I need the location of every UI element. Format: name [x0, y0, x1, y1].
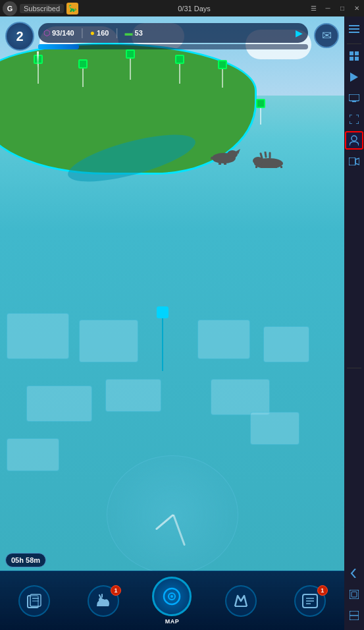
map-tile-1	[7, 313, 69, 359]
player-location-pin	[157, 306, 169, 371]
supply-flag	[256, 99, 265, 108]
game-area[interactable]: 2 ⬡ 93/140 | ● 160 | ▬ 53 ▶ ✉ 05h 58m	[0, 16, 344, 630]
svg-rect-24	[261, 166, 263, 168]
map-tile-8	[7, 438, 59, 471]
sidebar	[344, 16, 364, 630]
battle-icon	[232, 593, 249, 609]
svg-rect-9	[352, 101, 356, 102]
map-tile-3	[197, 320, 250, 359]
dinosaur-2[interactable]	[250, 152, 290, 171]
window-menu-button[interactable]: ☰	[306, 1, 321, 16]
supply-pole	[260, 108, 261, 125]
missions-badge: 1	[317, 585, 328, 596]
window-minimize-button[interactable]: ─	[321, 1, 335, 16]
svg-rect-8	[349, 94, 359, 101]
nav-battle-button[interactable]	[218, 585, 264, 617]
dino-icon: 🦕	[66, 3, 78, 14]
svg-rect-3	[350, 51, 353, 55]
sidebar-restore-window-button[interactable]	[345, 606, 363, 625]
sidebar-menu-button[interactable]	[345, 20, 363, 38]
nav-map-icon-wrap[interactable]	[152, 577, 192, 616]
map-tile-4	[263, 326, 309, 362]
days-counter: 0/31 Days	[82, 5, 306, 13]
subscribed-badge: Subscribed	[20, 4, 64, 13]
app-logo: G	[3, 1, 17, 16]
svg-rect-6	[355, 57, 359, 61]
svg-rect-20	[224, 161, 226, 165]
dinosaur-badge: 1	[111, 585, 121, 596]
resource-arrow: ▶	[296, 28, 303, 38]
svg-rect-19	[219, 161, 221, 165]
supply-pole	[222, 69, 223, 88]
nav-dinosaur-button[interactable]: 1	[80, 585, 126, 617]
sidebar-play-button[interactable]	[345, 68, 363, 86]
dinosaur-icon	[94, 593, 113, 609]
map-tile-7	[211, 379, 270, 415]
nav-map-button[interactable]: MAP	[149, 577, 195, 625]
nav-missions-button[interactable]: 1	[287, 585, 333, 617]
svg-point-10	[351, 136, 357, 141]
svg-rect-1	[349, 28, 359, 30]
svg-rect-4	[355, 51, 359, 55]
clock-hand-2	[155, 514, 174, 530]
window-close-button[interactable]: ✕	[350, 1, 364, 16]
svg-rect-2	[349, 32, 359, 33]
sidebar-back-button[interactable]	[345, 564, 363, 583]
supply-pole	[179, 64, 180, 84]
coin-resource: ● 160	[90, 28, 109, 38]
svg-rect-0	[349, 25, 359, 26]
clock-hand-1	[172, 514, 186, 546]
svg-rect-23	[255, 166, 257, 168]
sidebar-divider-2	[347, 368, 361, 368]
sidebar-minimize-window-button[interactable]	[345, 585, 363, 604]
nav-battle-icon-wrap[interactable]	[225, 585, 257, 617]
map-icon	[162, 587, 182, 606]
map-tile-2	[79, 320, 138, 362]
resource-bar: ⬡ 93/140 | ● 160 | ▬ 53 ▶	[38, 23, 308, 43]
xp-progress-fill	[38, 44, 79, 49]
bottom-navigation: 1 MAP	[0, 571, 344, 630]
sidebar-video-button[interactable]	[345, 152, 363, 171]
cash-icon: ▬	[125, 28, 133, 38]
separator-2: |	[115, 27, 118, 39]
cash-resource: ▬ 53	[125, 28, 143, 38]
svg-rect-13	[350, 590, 359, 599]
sidebar-person-button[interactable]	[345, 131, 363, 150]
svg-rect-28	[30, 594, 41, 606]
top-hud: 2 ⬡ 93/140 | ● 160 | ▬ 53 ▶ ✉	[0, 16, 344, 66]
map-tile-5	[26, 386, 92, 422]
map-label: MAP	[165, 618, 180, 625]
dna-value: 93/140	[52, 29, 74, 37]
supply-pole	[82, 69, 84, 87]
pin-head	[157, 306, 169, 318]
dinosaur-1[interactable]	[211, 145, 247, 167]
coin-icon: ●	[90, 28, 95, 38]
svg-marker-7	[350, 72, 358, 82]
svg-rect-26	[280, 166, 282, 168]
sidebar-expand-button[interactable]	[345, 110, 363, 129]
map-tile-6	[105, 379, 161, 412]
cards-icon	[26, 593, 42, 609]
sidebar-display-button[interactable]	[345, 89, 363, 107]
svg-rect-11	[349, 158, 355, 165]
pin-line	[162, 318, 163, 371]
svg-rect-5	[350, 57, 353, 61]
map-tile-9	[250, 412, 299, 445]
svg-rect-25	[275, 166, 277, 168]
window-restore-button[interactable]: □	[335, 1, 350, 16]
cash-value: 53	[135, 29, 143, 37]
dna-resource: ⬡ 93/140	[43, 28, 74, 38]
sidebar-grid-button[interactable]	[345, 47, 363, 65]
timer-badge: 05h 58m	[5, 553, 46, 567]
mail-button[interactable]: ✉	[314, 23, 339, 48]
xp-progress-bar	[38, 44, 308, 49]
svg-marker-12	[355, 158, 359, 165]
missions-icon	[301, 593, 319, 609]
nav-collection-icon-wrap[interactable]	[18, 585, 50, 617]
svg-rect-14	[351, 592, 357, 597]
titlebar: G Subscribed 🦕 0/31 Days ☰ ─ □ ✕	[0, 0, 364, 16]
nav-collection-button[interactable]	[11, 585, 57, 617]
supply-drop-6[interactable]	[255, 99, 266, 125]
window-controls[interactable]: ☰ ─ □ ✕	[306, 1, 364, 16]
coin-value: 160	[97, 29, 109, 37]
